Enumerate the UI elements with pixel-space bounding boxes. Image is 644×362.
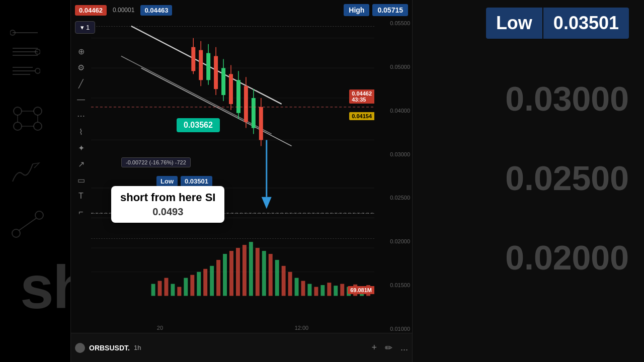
bg-icon-group-3 (10, 159, 45, 184)
price-level-7: 0.01500 (376, 282, 410, 288)
bottom-bar: ORBSUSDT. 1h + ✏ ... (71, 333, 412, 362)
svg-rect-81 (314, 287, 318, 296)
price-level-2: 0.05000 (376, 64, 410, 70)
bottom-actions: + ✏ ... (371, 342, 408, 353)
svg-point-13 (34, 122, 42, 130)
svg-rect-76 (282, 266, 286, 296)
svg-rect-63 (197, 272, 201, 296)
svg-rect-58 (164, 278, 168, 296)
svg-rect-82 (320, 285, 325, 296)
low-label-box: Low (486, 8, 542, 39)
price-scale: 0.05500 0.05000 0.04000 0.03000 0.02500 … (374, 0, 412, 362)
volume-badge: 69.081M (348, 286, 374, 294)
svg-rect-85 (340, 284, 344, 296)
svg-rect-70 (243, 245, 247, 296)
right-panel: Low 0.03501 0.03000 0.02500 0.02000 (413, 0, 644, 362)
toolbar-rectangle[interactable]: ▭ (73, 173, 89, 187)
toolbar-channel[interactable]: ⋯ (73, 109, 89, 123)
bg-icon-group-2 (10, 104, 45, 134)
x-label-20: 20 (157, 325, 163, 331)
svg-rect-62 (190, 275, 194, 296)
svg-rect-73 (262, 251, 266, 296)
pair-name: ORBSUSDT. (89, 344, 130, 352)
svg-rect-66 (216, 260, 220, 296)
svg-rect-78 (295, 278, 299, 296)
toolbar-arrow[interactable]: ↗ (73, 157, 89, 171)
svg-marker-55 (262, 197, 272, 209)
toolbar: ⊕ ⚙ ╱ ― ⋯ ⌇ ✦ ↗ ▭ T ⌐ (71, 40, 91, 342)
svg-point-11 (34, 107, 42, 115)
svg-rect-60 (177, 287, 181, 296)
right-num-3: 0.02000 (505, 238, 629, 277)
high-box: Low 0.03501 (486, 8, 629, 39)
low-value-box: 0.03501 (543, 8, 629, 39)
chevron-down-icon: ▾ (80, 24, 84, 31)
annotation-line1: short from here SI (120, 191, 215, 204)
chart-area: 0.03562 Low 0.03501 -0.00722 (-16.76%) -… (91, 20, 374, 332)
svg-point-1 (10, 30, 15, 35)
right-num-1: 0.03000 (505, 79, 629, 118)
toolbar-horizontal[interactable]: ― (73, 93, 89, 107)
svg-rect-57 (158, 281, 162, 296)
svg-rect-71 (249, 242, 253, 296)
svg-rect-77 (288, 272, 292, 296)
annotation-box: short from here SI 0.0493 (111, 186, 224, 223)
measure-tooltip: -0.00722 (-16.76%) -722 (121, 157, 191, 167)
price-badge-red-scale: 0.0446243:35 (349, 89, 374, 104)
high-label: High (344, 4, 369, 16)
svg-rect-74 (269, 254, 273, 296)
annotation-line2: 0.0493 (120, 206, 215, 218)
price-level-8: 0.01000 (376, 326, 410, 332)
toolbar-measure[interactable]: ⌐ (73, 205, 89, 219)
low-chart-label: Low (156, 176, 178, 187)
toolbar-crosshair[interactable]: ⊕ (73, 44, 89, 58)
toolbar-trendline[interactable]: ╱ (73, 76, 89, 90)
more-button[interactable]: ... (400, 342, 408, 353)
svg-rect-80 (307, 284, 311, 296)
svg-rect-68 (229, 251, 233, 296)
svg-point-12 (14, 122, 22, 130)
right-num-2: 0.02500 (505, 158, 629, 198)
bg-icon-group-1 (10, 25, 45, 78)
price-badge-current: 0.04463 (140, 5, 172, 16)
dropdown-label: 1 (86, 24, 90, 31)
price-level-1: 0.05500 (376, 20, 410, 26)
price-level-3: 0.04000 (376, 108, 410, 114)
add-button[interactable]: + (371, 342, 377, 353)
svg-line-20 (19, 218, 36, 230)
pair-icon (75, 343, 85, 353)
price-level-6: 0.02000 (376, 238, 410, 244)
svg-point-10 (14, 107, 22, 115)
svg-rect-56 (151, 284, 155, 296)
price-change: 0.00001 (110, 5, 137, 15)
toolbar-settings[interactable]: ⚙ (73, 60, 89, 74)
svg-rect-84 (334, 286, 338, 296)
svg-rect-61 (184, 278, 188, 296)
svg-rect-72 (256, 248, 260, 296)
svg-rect-79 (301, 281, 305, 296)
timeframe: 1h (134, 344, 141, 351)
dropdown-button[interactable]: ▾ 1 (75, 21, 95, 34)
svg-rect-69 (236, 248, 240, 296)
toolbar-fib[interactable]: ⌇ (73, 125, 89, 139)
svg-point-9 (35, 68, 40, 73)
toolbar-pattern[interactable]: ✦ (73, 141, 89, 155)
svg-rect-64 (203, 269, 207, 296)
x-axis: 20 12:00 (91, 323, 374, 333)
bg-left-icons (10, 25, 45, 239)
chart-svg (91, 20, 374, 332)
svg-point-5 (35, 49, 40, 54)
svg-rect-75 (275, 260, 279, 296)
toolbar-text[interactable]: T (73, 189, 89, 203)
svg-point-18 (12, 229, 20, 237)
svg-rect-65 (210, 266, 214, 296)
top-bar: 0.04462 0.00001 0.04463 High 0.05715 (71, 0, 412, 20)
svg-rect-83 (327, 283, 331, 296)
chart-container: 0.04462 0.00001 0.04463 High 0.05715 ▾ 1… (70, 0, 413, 362)
x-label-1200: 12:00 (295, 325, 309, 331)
price-level-4: 0.03000 (376, 151, 410, 157)
svg-rect-59 (171, 284, 175, 296)
draw-button[interactable]: ✏ (385, 342, 392, 353)
svg-rect-67 (223, 254, 227, 296)
svg-point-19 (35, 211, 43, 219)
